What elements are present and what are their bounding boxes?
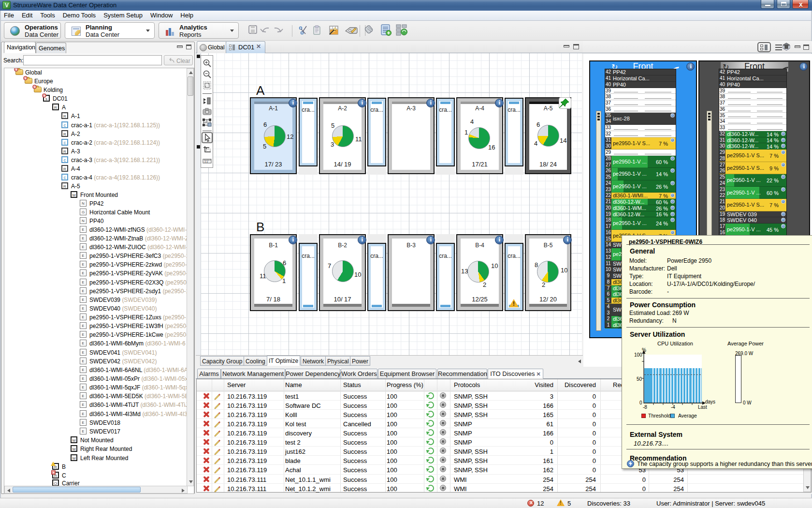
svg-text:1 2: 1 2	[204, 160, 208, 163]
